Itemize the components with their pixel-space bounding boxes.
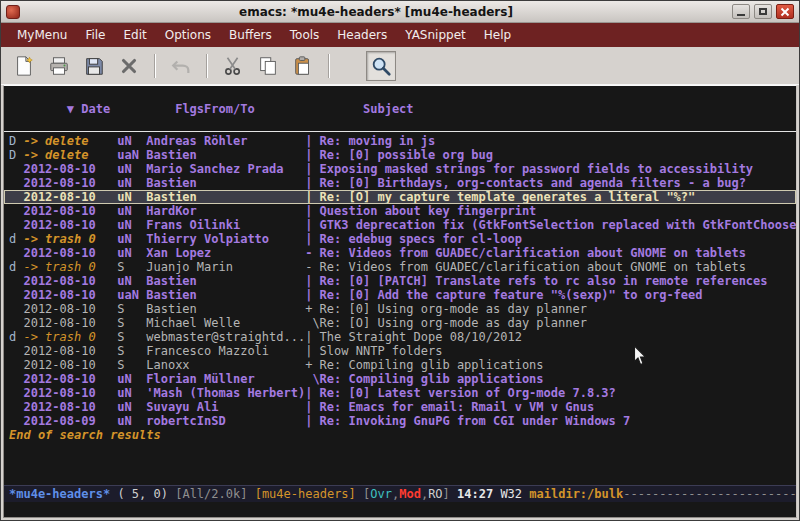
message-row[interactable]: 2012-08-10SBastien+Re: [0] Using org-mod…	[4, 302, 796, 316]
cell-mk	[9, 176, 23, 190]
cell-dt: 2012-08-10	[23, 302, 117, 316]
cell-th: |	[305, 232, 319, 246]
window-title: emacs: *mu4e-headers* [mu4e-headers]	[24, 5, 728, 19]
cell-fr: Bastien	[146, 176, 305, 190]
column-header-date[interactable]: ▼ Date	[67, 102, 175, 116]
close-icon[interactable]	[114, 51, 144, 81]
cell-th: |	[305, 134, 319, 148]
menubar: MyMenuFileEditOptionsBuffersToolsHeaders…	[1, 23, 799, 47]
copy-icon[interactable]	[253, 51, 283, 81]
cell-fr: Thierry Volpiatto	[146, 232, 305, 246]
mode-line: *mu4e-headers* ( 5, 0) [All/2.0k] [mu4e-…	[4, 485, 796, 502]
cell-su: Re: Emacs for email: Rmail v VM v Gnus	[320, 400, 595, 414]
menu-edit[interactable]: Edit	[117, 25, 154, 45]
cell-fl: uN	[117, 386, 146, 400]
message-row[interactable]: 2012-08-10uNHardKor|Question about key f…	[4, 204, 796, 218]
message-row[interactable]: 2012-08-10SFrancesco Mazzoli|Slow NNTP f…	[4, 344, 796, 358]
menu-help[interactable]: Help	[477, 25, 518, 45]
cell-fl: S	[117, 330, 146, 344]
message-row[interactable]: 2012-08-10uNBastien|Re: [O] my capture t…	[4, 190, 796, 204]
close-icon	[780, 7, 790, 17]
cell-fr: Bastien	[146, 148, 305, 162]
emacs-icon	[6, 5, 20, 19]
cell-fl: uN	[117, 176, 146, 190]
modeline-segment: ----------------------------------------…	[623, 487, 796, 501]
modeline-segment: W32	[500, 487, 529, 501]
menu-options[interactable]: Options	[158, 25, 218, 45]
cell-dt: 2012-08-10	[23, 218, 117, 232]
message-row[interactable]: 2012-08-10uN'Mash (Thomas Herbert)|Re: […	[4, 386, 796, 400]
menu-mymenu[interactable]: MyMenu	[10, 25, 74, 45]
menu-headers[interactable]: Headers	[330, 25, 394, 45]
message-row[interactable]: d -> trash 0SJuanjo Marin-Re: Videos fro…	[4, 260, 796, 274]
cell-su: The Straight Dope 08/10/2012	[320, 330, 522, 344]
cell-su: Re: Videos from GUADEC/clarification abo…	[320, 260, 746, 274]
message-row[interactable]: 2012-08-10SLanoxx+Re: Compiling glib app…	[4, 358, 796, 372]
message-row[interactable]: 2012-08-10uNBastien|Re: [0] [PATCH] Tran…	[4, 274, 796, 288]
cell-fl: uN	[117, 218, 146, 232]
cell-su: Re: Compiling glib applications	[320, 358, 544, 372]
message-row[interactable]: D -> deleteuaNBastien|Re: [0] possible o…	[4, 148, 796, 162]
modeline-segment: RO	[428, 487, 442, 501]
column-header-subject[interactable]: Subject	[363, 102, 414, 116]
cell-th: |	[305, 414, 319, 428]
cell-dt: -> delete	[23, 134, 117, 148]
menu-buffers[interactable]: Buffers	[222, 25, 279, 45]
message-row[interactable]: d -> trash 0Swebmaster@straightd...|The …	[4, 330, 796, 344]
cell-mk: D	[9, 134, 23, 148]
menu-file[interactable]: File	[78, 25, 112, 45]
cell-su: Re: [0] Using org-mode as day planner	[320, 302, 587, 316]
cell-fl: uN	[117, 246, 146, 260]
cell-th: |	[305, 218, 319, 232]
close-button[interactable]	[776, 4, 794, 19]
cell-mk: d	[9, 330, 23, 344]
cell-su: Question about key fingerprint	[320, 204, 537, 218]
new-file-icon[interactable]	[9, 51, 39, 81]
message-row[interactable]: 2012-08-10SMichael Welle \Re: [O] Using …	[4, 316, 796, 330]
cell-mk	[9, 218, 23, 232]
cut-icon[interactable]	[218, 51, 248, 81]
message-row[interactable]: 2012-08-10uNMario Sanchez Prada|Exposing…	[4, 162, 796, 176]
message-row[interactable]: 2012-08-10uNFlorian Müllner \Re: Compili…	[4, 372, 796, 386]
cell-fr: 'Mash (Thomas Herbert)	[146, 386, 305, 400]
minimize-button[interactable]	[732, 4, 750, 19]
cell-dt: 2012-08-10	[23, 316, 117, 330]
message-row[interactable]: 2012-08-10uNSuvayu Ali|Re: Emacs for ema…	[4, 400, 796, 414]
echo-area[interactable]	[4, 502, 796, 517]
cell-mk	[9, 274, 23, 288]
cell-th: |	[305, 204, 319, 218]
cell-mk	[9, 162, 23, 176]
message-row[interactable]: D -> deleteuNAndreas Röhler|Re: moving i…	[4, 134, 796, 148]
search-icon[interactable]	[366, 51, 396, 81]
cell-fr: Bastien	[146, 288, 305, 302]
message-row[interactable]: 2012-08-10uNFrans Oilinki|GTK3 deprecati…	[4, 218, 796, 232]
cell-mk: d	[9, 260, 23, 274]
modeline-segment: [mu4e-headers]	[255, 487, 363, 501]
cell-su: Re: Videos from GUADEC/clarification abo…	[320, 246, 746, 260]
header-line: ▼ DateFlgsFrom/ToSubject	[4, 86, 796, 132]
modeline-segment: [All/2.0k]	[175, 487, 254, 501]
message-row[interactable]: d -> trash 0uNThierry Volpiatto|Re: edeb…	[4, 232, 796, 246]
cell-mk	[9, 386, 23, 400]
save-icon[interactable]	[79, 51, 109, 81]
maximize-button[interactable]	[754, 4, 772, 19]
cell-th: |	[305, 330, 319, 344]
toolbar-separator	[328, 54, 330, 78]
message-row[interactable]: 2012-08-09uNrobertcInSD|Re: Invoking Gnu…	[4, 414, 796, 428]
column-header-from[interactable]: From/To	[204, 102, 363, 116]
column-header-flags[interactable]: Flgs	[175, 102, 204, 116]
menu-tools[interactable]: Tools	[283, 25, 327, 45]
cell-th: \	[305, 316, 319, 330]
print-icon[interactable]	[44, 51, 74, 81]
cell-dt: 2012-08-10	[23, 288, 117, 302]
cell-th: |	[305, 386, 319, 400]
message-row[interactable]: 2012-08-10uaNBastien|Re: [0] Add the cap…	[4, 288, 796, 302]
cell-dt: 2012-08-09	[23, 414, 117, 428]
message-row[interactable]: 2012-08-10uNXan Lopez-Re: Videos from GU…	[4, 246, 796, 260]
cell-fl: uN	[117, 274, 146, 288]
cell-fr: Andreas Röhler	[146, 134, 305, 148]
menu-yasnippet[interactable]: YASnippet	[398, 25, 473, 45]
paste-icon[interactable]	[288, 51, 318, 81]
cell-fl: uN	[117, 204, 146, 218]
message-row[interactable]: 2012-08-10uNBastien|Re: [0] Birthdays, o…	[4, 176, 796, 190]
